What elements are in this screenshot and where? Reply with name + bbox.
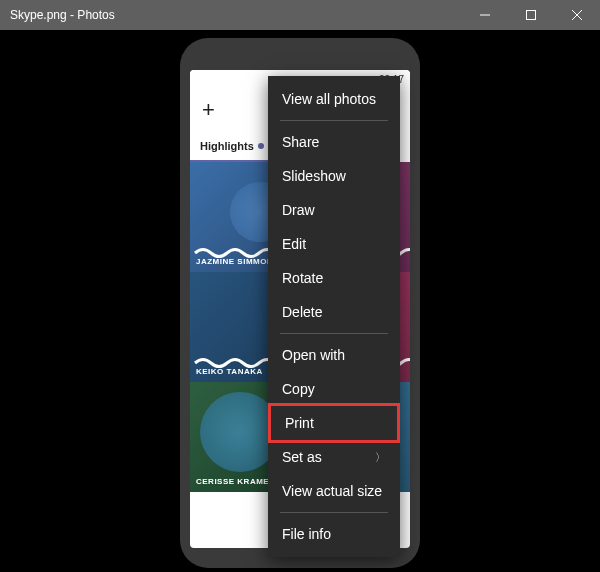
menu-label: View actual size: [282, 483, 382, 499]
menu-label: Edit: [282, 236, 306, 252]
menu-label: Slideshow: [282, 168, 346, 184]
window-titlebar: Skype.png - Photos: [0, 0, 600, 30]
menu-open-with[interactable]: Open with: [268, 338, 400, 372]
menu-view-all-photos[interactable]: View all photos: [268, 82, 400, 116]
photo-viewer: 22:17 + Highlights ture: [0, 30, 600, 572]
menu-separator: [280, 512, 388, 513]
menu-separator: [280, 333, 388, 334]
menu-separator: [280, 120, 388, 121]
menu-set-as[interactable]: Set as〉: [268, 440, 400, 474]
chevron-right-icon: 〉: [375, 450, 386, 465]
maximize-button[interactable]: [508, 0, 554, 30]
menu-delete[interactable]: Delete: [268, 295, 400, 329]
window-title: Skype.png - Photos: [10, 8, 462, 22]
menu-print[interactable]: Print: [268, 403, 400, 443]
tab-highlights[interactable]: Highlights: [190, 132, 274, 162]
notification-dot-icon: [258, 143, 264, 149]
menu-label: Print: [285, 415, 314, 431]
context-menu: View all photos Share Slideshow Draw Edi…: [268, 76, 400, 557]
close-button[interactable]: [554, 0, 600, 30]
maximize-icon: [526, 10, 536, 20]
menu-label: Delete: [282, 304, 322, 320]
menu-file-info[interactable]: File info: [268, 517, 400, 551]
menu-draw[interactable]: Draw: [268, 193, 400, 227]
menu-label: Share: [282, 134, 319, 150]
tile-label: CERISSE KRAMER: [196, 477, 275, 486]
menu-view-actual-size[interactable]: View actual size: [268, 474, 400, 508]
menu-label: Set as: [282, 449, 322, 465]
svg-rect-1: [527, 11, 536, 20]
menu-copy[interactable]: Copy: [268, 372, 400, 406]
menu-label: View all photos: [282, 91, 376, 107]
close-icon: [572, 10, 582, 20]
menu-label: Open with: [282, 347, 345, 363]
minimize-icon: [480, 10, 490, 20]
menu-label: File info: [282, 526, 331, 542]
menu-rotate[interactable]: Rotate: [268, 261, 400, 295]
tab-highlights-label: Highlights: [200, 140, 254, 152]
menu-slideshow[interactable]: Slideshow: [268, 159, 400, 193]
minimize-button[interactable]: [462, 0, 508, 30]
menu-label: Rotate: [282, 270, 323, 286]
menu-label: Draw: [282, 202, 315, 218]
menu-edit[interactable]: Edit: [268, 227, 400, 261]
menu-label: Copy: [282, 381, 315, 397]
add-button[interactable]: +: [202, 97, 215, 123]
menu-share[interactable]: Share: [268, 125, 400, 159]
